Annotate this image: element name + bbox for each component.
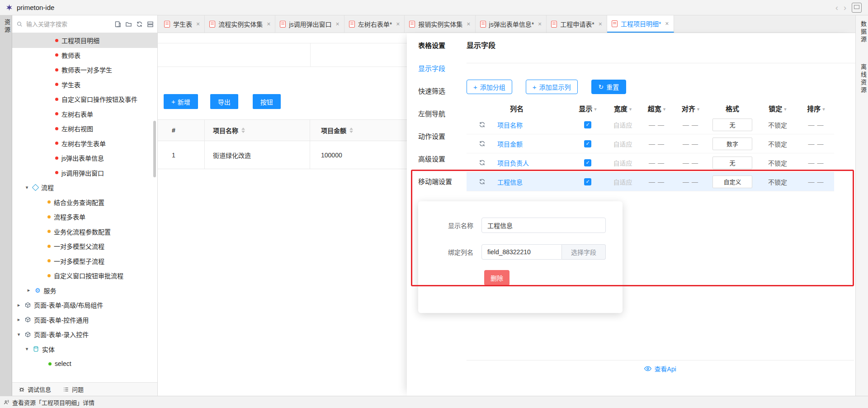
tree-item[interactable]: 自定义窗口按钮审批流程 <box>12 268 157 283</box>
column-name-link[interactable]: 项目名称 <box>497 120 523 129</box>
header-project-name[interactable]: 项目名称 <box>205 119 310 141</box>
add-group-button[interactable]: 添加分组 <box>467 80 512 94</box>
overwide-value[interactable]: — — <box>640 159 674 166</box>
visible-checkbox[interactable] <box>584 140 591 147</box>
sync-icon[interactable] <box>479 159 486 166</box>
chevron-right-icon[interactable] <box>16 317 22 323</box>
resources-strip-tab[interactable]: 资源 <box>3 19 11 34</box>
bind-column-input[interactable] <box>481 244 562 260</box>
header-lock[interactable]: 锁定 <box>757 104 798 113</box>
column-row-selected[interactable]: 工程信息 自适应 — — — — 自定义 不锁定 — — <box>467 172 834 191</box>
custom-button[interactable]: 按钮 <box>253 94 281 109</box>
data-source-strip-tab[interactable]: 数据源 <box>859 21 868 44</box>
column-name-link[interactable]: 项目金额 <box>497 139 523 148</box>
problems-tab[interactable]: 问题 <box>63 385 84 394</box>
tree-item[interactable]: 业务化流程参数配置 <box>12 224 157 239</box>
tree-item[interactable]: 学生表 <box>12 77 157 92</box>
column-name-link[interactable]: 项目负责人 <box>497 158 529 167</box>
tree-item[interactable]: 工程项目明细 <box>12 33 157 48</box>
menu-item-quick-filter[interactable]: 快速筛选 <box>418 79 452 102</box>
header-visible[interactable]: 显示 <box>570 104 606 113</box>
sort-value[interactable]: — — <box>798 140 834 147</box>
tree-item[interactable]: 教师表 <box>12 48 157 63</box>
format-select[interactable]: 无 <box>712 157 752 169</box>
align-value[interactable]: — — <box>674 178 708 185</box>
display-name-input[interactable] <box>481 218 606 233</box>
tree-item[interactable]: 自定义窗口操作按钮及事件 <box>12 92 157 107</box>
overwide-value[interactable]: — — <box>640 178 674 185</box>
chevron-down-icon[interactable] <box>16 332 22 337</box>
tree-item[interactable]: 一对多模型子流程 <box>12 254 157 269</box>
reset-button[interactable]: 重置 <box>591 80 627 94</box>
overwide-value[interactable]: — — <box>640 121 674 128</box>
chevron-right-icon[interactable] <box>16 302 22 308</box>
tree-item-page-group[interactable]: 页面-表单-控件通用 <box>12 313 157 327</box>
editor-tab[interactable]: 工程申请表* <box>547 15 607 33</box>
chevron-down-icon[interactable] <box>24 346 30 352</box>
close-icon[interactable] <box>267 21 270 27</box>
menu-item-advanced[interactable]: 高级设置 <box>418 147 452 170</box>
tree-item-entity-group[interactable]: 实体 <box>12 342 157 357</box>
editor-tab[interactable]: 流程实例实体集 <box>205 15 275 33</box>
offline-resource-strip-tab[interactable]: 离线资源 <box>859 64 868 95</box>
format-select[interactable]: 自定义 <box>712 176 752 188</box>
tree-item[interactable]: 左树右表单 <box>12 107 157 122</box>
header-overwide[interactable]: 超宽 <box>640 104 674 113</box>
menu-item-actions[interactable]: 动作设置 <box>418 124 452 147</box>
editor-tab[interactable]: js弹出表单信息* <box>476 15 547 33</box>
close-icon[interactable] <box>538 21 542 27</box>
sync-icon[interactable] <box>479 140 486 147</box>
search-input[interactable] <box>25 20 112 28</box>
tree-item-service-group[interactable]: 服务 <box>12 283 157 298</box>
editor-tab-active[interactable]: 工程项目明细* <box>607 15 674 33</box>
tree-item[interactable]: 流程多表单 <box>12 209 157 224</box>
sync-icon[interactable] <box>479 121 486 128</box>
tree-item[interactable]: js调用弹出窗口 <box>12 166 157 180</box>
column-name-link[interactable]: 工程信息 <box>497 177 523 186</box>
refresh-icon[interactable] <box>136 21 143 28</box>
lock-value[interactable]: 不锁定 <box>757 177 798 186</box>
width-value[interactable]: 自适应 <box>606 120 640 129</box>
tree-item[interactable]: 左树右学生表单 <box>12 136 157 151</box>
editor-tab[interactable]: 学生表 <box>160 15 205 33</box>
header-width[interactable]: 宽度 <box>606 104 640 113</box>
close-icon[interactable] <box>396 21 400 27</box>
close-icon[interactable] <box>467 21 470 27</box>
format-select[interactable]: 数字 <box>712 138 752 150</box>
import-resource-icon[interactable] <box>114 21 121 28</box>
sidebar-scrollbar[interactable] <box>153 121 156 177</box>
tree-item[interactable]: 教师表一对多学生 <box>12 62 157 77</box>
tree-item[interactable]: select <box>12 356 157 371</box>
nav-forward-icon[interactable] <box>844 4 846 12</box>
collapse-all-icon[interactable] <box>147 21 154 28</box>
header-align[interactable]: 对齐 <box>674 104 708 113</box>
tree-item[interactable]: js弹出表单信息 <box>12 151 157 166</box>
width-value[interactable]: 自适应 <box>606 158 640 167</box>
align-value[interactable]: — — <box>674 140 708 147</box>
add-display-column-button[interactable]: 添加显示列 <box>526 80 578 94</box>
sort-value[interactable]: — — <box>798 121 834 128</box>
debug-info-tab[interactable]: 调试信息 <box>19 385 51 394</box>
column-row[interactable]: 项目名称 自适应 — — — — 无 不锁定 — — <box>467 115 834 134</box>
tree-item[interactable]: 左树右视图 <box>12 121 157 136</box>
visible-checkbox[interactable] <box>584 178 591 185</box>
menu-item-mobile[interactable]: 移动端设置 <box>418 170 452 192</box>
chevron-down-icon[interactable] <box>24 185 30 190</box>
menu-item-display-fields[interactable]: 显示字段 <box>418 57 452 79</box>
tree-item-page-group[interactable]: 页面-表单-录入控件 <box>12 327 157 342</box>
width-value[interactable]: 自适应 <box>606 139 640 148</box>
tree-item-flow-group[interactable]: 流程 <box>12 180 157 195</box>
column-row[interactable]: 项目负责人 自适应 — — — — 无 不锁定 — — <box>467 153 834 172</box>
tree-item-page-group[interactable]: 页面-表单-高级/布局组件 <box>12 298 157 313</box>
column-row[interactable]: 项目金额 自适应 — — — — 数字 不锁定 — — <box>467 134 834 153</box>
close-icon[interactable] <box>196 21 200 27</box>
lock-value[interactable]: 不锁定 <box>757 120 798 129</box>
align-value[interactable]: — — <box>674 121 708 128</box>
folder-icon[interactable] <box>125 21 132 28</box>
tree-item[interactable]: 结合业务查询配置 <box>12 195 157 210</box>
sort-icon[interactable] <box>241 128 245 133</box>
header-sort[interactable]: 排序 <box>798 104 834 113</box>
export-button[interactable]: 导出 <box>210 94 238 109</box>
overwide-value[interactable]: — — <box>640 140 674 147</box>
format-select[interactable]: 无 <box>712 119 752 131</box>
